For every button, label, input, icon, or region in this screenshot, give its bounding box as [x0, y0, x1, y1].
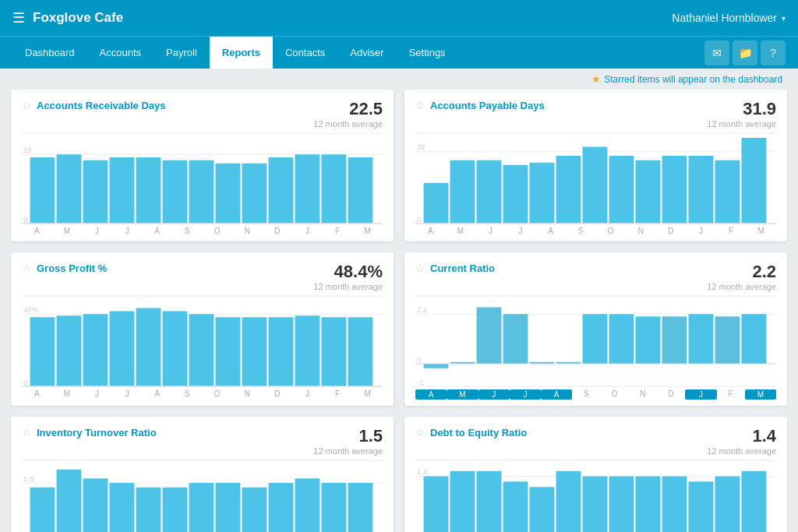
nav-accounts[interactable]: Accounts — [87, 37, 154, 69]
svg-rect-13 — [215, 164, 240, 224]
x-label: N — [232, 227, 263, 235]
svg-rect-54 — [242, 317, 267, 386]
svg-rect-8 — [83, 160, 108, 224]
svg-rect-46 — [30, 317, 55, 386]
x-axis-labels: AMJJASONDJFM — [415, 388, 776, 400]
x-label: M — [446, 227, 476, 235]
svg-rect-98 — [295, 478, 320, 532]
star-button[interactable]: ☆ — [22, 426, 32, 439]
chart-svg: 1.71.40 — [415, 459, 776, 532]
chart-subtitle: 12 month average — [707, 282, 776, 291]
svg-rect-75 — [609, 314, 634, 364]
x-label: S — [172, 227, 203, 235]
chart-title: Accounts Payable Days — [430, 100, 545, 111]
svg-rect-28 — [477, 160, 502, 224]
chart-title: Debt to Equity Ratio — [430, 427, 527, 439]
nav-reports[interactable]: Reports — [210, 37, 273, 69]
x-axis-labels: AMJJASONDJFM — [22, 388, 383, 398]
hamburger-menu[interactable]: ☰ — [12, 9, 25, 26]
x-label: O — [202, 227, 232, 235]
svg-rect-38 — [741, 138, 766, 224]
svg-rect-29 — [503, 165, 528, 224]
chart-card-gross-profit: ☆ Gross Profit % 48.4% 12 month average … — [11, 252, 394, 406]
svg-text:1.4: 1.4 — [417, 467, 427, 476]
svg-rect-119 — [715, 477, 740, 532]
x-label: M — [352, 389, 383, 398]
svg-text:0: 0 — [417, 355, 421, 364]
chart-title: Current Ratio — [430, 262, 495, 274]
svg-rect-90 — [83, 478, 108, 532]
nav-contacts[interactable]: Contacts — [273, 37, 337, 69]
star-button[interactable]: ☆ — [415, 99, 425, 111]
svg-text:30: 30 — [23, 132, 32, 133]
svg-rect-68 — [424, 364, 449, 368]
svg-rect-80 — [741, 314, 766, 364]
svg-rect-26 — [424, 183, 449, 224]
user-dropdown-arrow[interactable]: ▾ — [782, 14, 786, 23]
svg-rect-117 — [662, 477, 687, 532]
star-button[interactable]: ☆ — [22, 262, 32, 274]
svg-rect-92 — [136, 488, 161, 532]
user-name[interactable]: Nathaniel Hornblower — [672, 12, 777, 24]
chart-subtitle: 12 month average — [707, 119, 776, 129]
x-label: M — [52, 227, 83, 235]
svg-rect-56 — [295, 315, 320, 386]
svg-rect-71 — [503, 314, 528, 364]
starred-notice-text: Starred items will appear on the dashboa… — [604, 74, 782, 85]
nav-settings[interactable]: Settings — [397, 37, 458, 69]
svg-text:3: 3 — [417, 294, 421, 296]
svg-rect-93 — [163, 488, 188, 532]
chart-header: ☆ Debt to Equity Ratio 1.4 12 month aver… — [415, 426, 776, 456]
chart-area: 60%48%0 — [22, 294, 383, 388]
x-label: A — [142, 227, 172, 235]
svg-text:32: 32 — [417, 143, 425, 151]
svg-rect-74 — [583, 314, 608, 364]
x-label: J — [686, 227, 716, 235]
x-label: D — [656, 227, 687, 235]
x-label: O — [202, 389, 232, 398]
x-label: J — [82, 227, 112, 235]
star-button[interactable]: ☆ — [415, 262, 425, 274]
svg-rect-113 — [556, 471, 581, 532]
svg-rect-112 — [530, 487, 555, 532]
svg-rect-96 — [242, 488, 267, 532]
chart-card-accounts-receivable-days: ☆ Accounts Receivable Days 22.5 12 month… — [11, 90, 394, 241]
svg-rect-27 — [450, 160, 475, 224]
svg-rect-88 — [30, 488, 55, 532]
chart-area: 30230 — [22, 132, 383, 225]
top-bar-right: Nathaniel Hornblower ▾ — [672, 12, 786, 24]
svg-text:1.7: 1.7 — [417, 459, 427, 460]
svg-rect-91 — [110, 483, 135, 532]
x-label: M — [447, 389, 478, 400]
folder-icon[interactable]: 📁 — [733, 41, 757, 65]
star-button[interactable]: ☆ — [22, 99, 32, 111]
x-label: A — [415, 227, 446, 235]
chart-value: 22.5 — [313, 99, 383, 119]
nav-icons: ✉ 📁 ? — [704, 41, 786, 65]
svg-rect-35 — [662, 156, 687, 224]
star-button[interactable]: ☆ — [415, 426, 425, 439]
nav-adviser[interactable]: Adviser — [337, 37, 396, 69]
chart-value: 31.9 — [707, 99, 776, 119]
nav-payroll[interactable]: Payroll — [154, 37, 210, 69]
svg-text:2.2: 2.2 — [417, 305, 427, 314]
chart-header: ☆ Inventory Turnover Ratio 1.5 12 month … — [22, 426, 383, 456]
x-label: F — [323, 389, 353, 398]
nav-dashboard[interactable]: Dashboard — [12, 37, 87, 69]
chart-area: 32.20-1 — [415, 294, 776, 388]
svg-rect-6 — [30, 157, 55, 224]
charts-grid: ☆ Accounts Receivable Days 22.5 12 month… — [11, 90, 787, 532]
x-label: F — [716, 227, 747, 235]
help-icon[interactable]: ? — [761, 41, 786, 65]
x-label: O — [595, 227, 626, 235]
svg-rect-76 — [635, 316, 660, 364]
svg-rect-9 — [110, 157, 135, 224]
svg-rect-16 — [295, 154, 320, 224]
chart-subtitle: 12 month average — [313, 446, 383, 456]
svg-rect-37 — [715, 160, 740, 224]
mail-icon[interactable]: ✉ — [704, 41, 729, 65]
chart-svg: 21.50 — [22, 459, 383, 532]
x-label: J — [292, 227, 323, 235]
svg-rect-99 — [321, 483, 346, 532]
svg-text:60%: 60% — [23, 294, 39, 296]
